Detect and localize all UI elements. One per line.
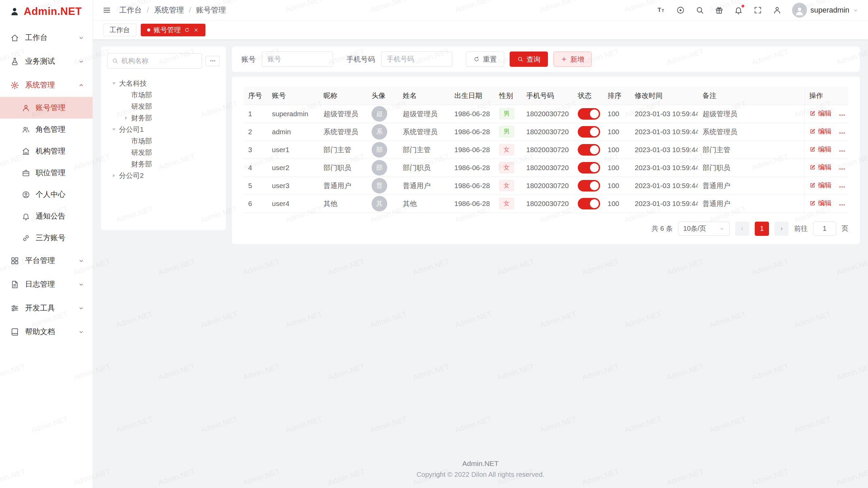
tree-node-0[interactable]: 大名科技 [107,78,220,89]
org-tree-panel: 大名科技市场部研发部财务部分公司1市场部研发部财务部分公司2 [101,46,226,230]
org-search-field [107,53,202,68]
status-toggle[interactable] [578,162,600,174]
plus-icon [561,56,567,62]
row-more-button[interactable] [839,147,846,155]
cell-gender: 女 [494,159,521,177]
sidebar-item-2[interactable]: 系统管理 [0,73,93,97]
sidebar-item-4[interactable]: 日志管理 [0,272,93,296]
status-toggle[interactable] [578,198,600,209]
cell-remark: 部门职员 [698,159,804,177]
document-icon [10,280,19,289]
tree-node-3[interactable]: 财务部 [107,112,220,124]
row-more-button[interactable] [839,165,846,172]
menu-collapse-icon[interactable] [102,6,111,15]
sidebar-subitem-2-6[interactable]: 三方账号 [0,227,93,249]
cell-sort: 100 [603,123,630,141]
column-header-4: 姓名 [398,87,450,105]
page-size-select[interactable]: 10条/页 [678,222,730,236]
cell-status [573,195,603,212]
edit-button[interactable]: 编辑 [809,181,832,190]
status-toggle[interactable] [578,180,600,191]
sidebar-item-3[interactable]: 平台管理 [0,249,93,272]
tree-node-label: 市场部 [131,136,152,146]
row-more-button[interactable] [839,129,846,137]
cell-birthdate: 1986-06-28 [450,195,494,212]
prev-page-button[interactable] [735,222,749,236]
sidebar-subitem-2-3[interactable]: 职位管理 [0,162,93,184]
status-toggle[interactable] [578,144,600,156]
sidebar-subitem-2-2[interactable]: 机构管理 [0,140,93,162]
status-toggle[interactable] [578,126,600,138]
tab-close-button[interactable] [193,27,199,33]
tree-node-8[interactable]: 分公司2 [107,170,220,181]
sidebar-item-1[interactable]: 业务测试 [0,49,93,73]
edit-button[interactable]: 编辑 [809,127,832,136]
sidebar-item-5[interactable]: 开发工具 [0,296,93,320]
next-page-button[interactable] [774,222,789,236]
add-button[interactable]: 新增 [553,52,592,67]
org-search-input[interactable] [121,57,197,65]
caret-down-icon [110,79,118,87]
query-button[interactable]: 查询 [510,52,548,67]
current-page-button[interactable]: 1 [755,222,769,236]
fullscreen-icon[interactable] [753,6,762,15]
font-size-icon[interactable]: TT [657,6,666,15]
edit-button[interactable]: 编辑 [809,199,832,208]
edit-button[interactable]: 编辑 [809,145,832,154]
tree-node-5[interactable]: 市场部 [107,135,220,147]
goto-page-input[interactable] [813,222,836,236]
breadcrumb-item-2[interactable]: 账号管理 [196,5,226,15]
breadcrumb-item-0[interactable]: 工作台 [119,5,142,15]
tab-1[interactable]: 账号管理 [141,24,205,36]
cell-modified-time: 2023-01-03 10:59:44 [630,105,698,123]
caret-right-icon [110,171,118,180]
edit-button[interactable]: 编辑 [809,109,832,118]
row-avatar: 普 [372,178,387,194]
status-toggle[interactable] [578,108,600,120]
edit-button[interactable]: 编辑 [809,163,832,172]
sidebar-subitem-label: 机构管理 [36,146,93,156]
cell-birthdate: 1986-06-28 [450,105,494,123]
sidebar-subitem-2-0[interactable]: 账号管理 [0,97,93,119]
column-header-2: 昵称 [319,87,367,105]
cell-nickname: 普通用户 [319,177,367,195]
sidebar-item-label: 平台管理 [25,256,78,266]
phone-input[interactable] [381,52,452,67]
sidebar-item-label: 日志管理 [25,279,78,289]
submenu: 账号管理角色管理机构管理职位管理个人中心通知公告三方账号 [0,97,93,249]
user-menu[interactable]: superadmin [792,3,859,18]
row-more-button[interactable] [839,201,846,208]
row-more-button[interactable] [839,183,846,190]
tree-node-2[interactable]: 研发部 [107,101,220,112]
theme-icon[interactable] [676,6,685,15]
tree-node-1[interactable]: 市场部 [107,89,220,101]
org-more-button[interactable] [205,56,220,66]
tab-0[interactable]: 工作台 [103,24,136,36]
user-config-icon[interactable] [773,6,782,15]
cell-sort: 100 [603,141,630,159]
breadcrumb-item-1[interactable]: 系统管理 [154,5,184,15]
bell-icon[interactable] [734,6,743,15]
sidebar-item-6[interactable]: 帮助文档 [0,320,93,344]
table-row: 6user4其他其其他1986-06-28女180200307201002023… [243,195,848,212]
row-more-button[interactable] [839,111,846,119]
tree-node-7[interactable]: 财务部 [107,158,220,170]
cell-account: admin [267,123,319,141]
search-icon[interactable] [695,6,704,15]
edit-icon [809,110,816,117]
tree-node-6[interactable]: 研发部 [107,147,220,158]
account-input[interactable] [262,52,333,67]
cell-actions: 编辑 [804,123,848,141]
gift-icon[interactable] [715,6,724,15]
reset-button[interactable]: 重置 [466,52,504,67]
logo[interactable]: Admin.NET [0,0,93,23]
sidebar-subitem-2-4[interactable]: 个人中心 [0,184,93,205]
tree-node-4[interactable]: 分公司1 [107,124,220,135]
table-row: 2admin系统管理员系系统管理员1986-06-28男180200307201… [243,123,848,141]
sidebar-subitem-2-1[interactable]: 角色管理 [0,119,93,140]
row-avatar: 超 [372,106,387,122]
phone-label: 手机号码 [347,55,375,64]
tab-refresh-button[interactable] [184,27,190,33]
sidebar-subitem-2-5[interactable]: 通知公告 [0,205,93,227]
sidebar-item-0[interactable]: 工作台 [0,26,93,49]
